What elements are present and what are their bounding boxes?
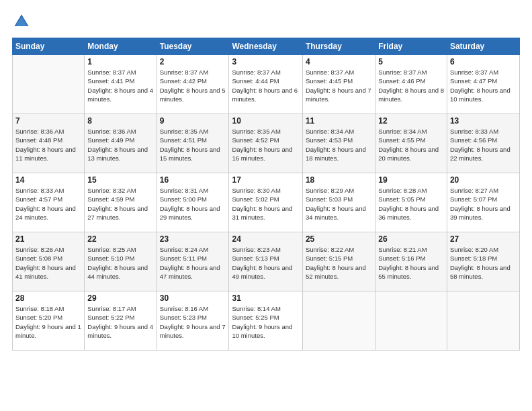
day-number: 17 xyxy=(232,175,299,185)
day-info: Sunrise: 8:37 AMSunset: 4:42 PMDaylight:… xyxy=(160,68,226,103)
day-number: 29 xyxy=(87,293,153,303)
weekday-header-sunday: Sunday xyxy=(13,38,85,55)
day-info: Sunrise: 8:16 AMSunset: 5:23 PMDaylight:… xyxy=(160,304,226,340)
weekday-header-saturday: Saturday xyxy=(447,38,519,55)
logo-icon xyxy=(12,12,31,31)
day-cell xyxy=(13,55,85,114)
day-number: 26 xyxy=(378,234,444,244)
day-cell xyxy=(447,291,519,351)
week-row-3: 21Sunrise: 8:26 AMSunset: 5:08 PMDayligh… xyxy=(13,232,520,291)
day-cell: 20Sunrise: 8:27 AMSunset: 5:07 PMDayligh… xyxy=(447,173,519,232)
day-cell: 29Sunrise: 8:17 AMSunset: 5:22 PMDayligh… xyxy=(85,291,157,351)
week-row-4: 28Sunrise: 8:18 AMSunset: 5:20 PMDayligh… xyxy=(13,291,520,351)
day-info: Sunrise: 8:34 AMSunset: 4:55 PMDaylight:… xyxy=(378,127,444,163)
day-info: Sunrise: 8:18 AMSunset: 5:20 PMDaylight:… xyxy=(15,304,81,340)
day-cell: 3Sunrise: 8:37 AMSunset: 4:44 PMDaylight… xyxy=(229,55,302,114)
weekday-header-tuesday: Tuesday xyxy=(157,38,229,55)
day-number: 14 xyxy=(15,175,81,185)
day-info: Sunrise: 8:24 AMSunset: 5:11 PMDaylight:… xyxy=(160,245,226,281)
day-number: 8 xyxy=(87,116,153,126)
weekday-header-friday: Friday xyxy=(375,38,447,55)
day-cell: 4Sunrise: 8:37 AMSunset: 4:45 PMDaylight… xyxy=(302,55,375,114)
day-info: Sunrise: 8:34 AMSunset: 4:53 PMDaylight:… xyxy=(306,127,372,163)
day-cell xyxy=(375,291,447,351)
day-cell: 2Sunrise: 8:37 AMSunset: 4:42 PMDaylight… xyxy=(157,55,229,114)
day-cell: 31Sunrise: 8:14 AMSunset: 5:25 PMDayligh… xyxy=(229,291,302,351)
day-cell: 27Sunrise: 8:20 AMSunset: 5:18 PMDayligh… xyxy=(447,232,519,291)
day-number: 11 xyxy=(306,116,372,126)
day-info: Sunrise: 8:27 AMSunset: 5:07 PMDaylight:… xyxy=(450,186,517,222)
day-cell: 15Sunrise: 8:32 AMSunset: 4:59 PMDayligh… xyxy=(85,173,157,232)
header xyxy=(12,12,520,31)
week-row-2: 14Sunrise: 8:33 AMSunset: 4:57 PMDayligh… xyxy=(13,173,520,232)
day-info: Sunrise: 8:31 AMSunset: 5:00 PMDaylight:… xyxy=(160,186,226,222)
day-cell: 23Sunrise: 8:24 AMSunset: 5:11 PMDayligh… xyxy=(157,232,229,291)
day-number: 1 xyxy=(87,57,153,66)
day-info: Sunrise: 8:26 AMSunset: 5:08 PMDaylight:… xyxy=(15,245,81,281)
day-info: Sunrise: 8:37 AMSunset: 4:47 PMDaylight:… xyxy=(450,68,517,103)
day-info: Sunrise: 8:28 AMSunset: 5:05 PMDaylight:… xyxy=(378,186,444,222)
day-info: Sunrise: 8:23 AMSunset: 5:13 PMDaylight:… xyxy=(232,245,299,281)
day-number: 5 xyxy=(378,57,444,66)
day-info: Sunrise: 8:14 AMSunset: 5:25 PMDaylight:… xyxy=(232,304,299,340)
day-info: Sunrise: 8:37 AMSunset: 4:46 PMDaylight:… xyxy=(378,68,444,103)
day-number: 23 xyxy=(160,234,226,244)
weekday-header-thursday: Thursday xyxy=(302,38,375,55)
day-cell: 17Sunrise: 8:30 AMSunset: 5:02 PMDayligh… xyxy=(229,173,302,232)
day-number: 25 xyxy=(306,234,372,244)
day-cell: 7Sunrise: 8:36 AMSunset: 4:48 PMDaylight… xyxy=(13,114,85,173)
day-info: Sunrise: 8:20 AMSunset: 5:18 PMDaylight:… xyxy=(450,245,517,281)
day-number: 22 xyxy=(87,234,153,244)
day-info: Sunrise: 8:36 AMSunset: 4:48 PMDaylight:… xyxy=(15,127,81,163)
logo xyxy=(12,12,34,31)
weekday-header-wednesday: Wednesday xyxy=(229,38,302,55)
day-number: 12 xyxy=(378,116,444,126)
day-info: Sunrise: 8:30 AMSunset: 5:02 PMDaylight:… xyxy=(232,186,299,222)
day-info: Sunrise: 8:22 AMSunset: 5:15 PMDaylight:… xyxy=(306,245,372,281)
day-cell: 18Sunrise: 8:29 AMSunset: 5:03 PMDayligh… xyxy=(302,173,375,232)
day-number: 21 xyxy=(15,234,81,244)
page: SundayMondayTuesdayWednesdayThursdayFrid… xyxy=(0,0,532,411)
day-info: Sunrise: 8:35 AMSunset: 4:52 PMDaylight:… xyxy=(232,127,299,163)
day-number: 28 xyxy=(15,293,81,303)
day-cell: 12Sunrise: 8:34 AMSunset: 4:55 PMDayligh… xyxy=(375,114,447,173)
day-number: 27 xyxy=(450,234,517,244)
day-cell: 25Sunrise: 8:22 AMSunset: 5:15 PMDayligh… xyxy=(302,232,375,291)
day-number: 13 xyxy=(450,116,517,126)
day-cell: 21Sunrise: 8:26 AMSunset: 5:08 PMDayligh… xyxy=(13,232,85,291)
day-number: 7 xyxy=(15,116,81,126)
day-number: 30 xyxy=(160,293,226,303)
day-number: 6 xyxy=(450,57,517,66)
day-info: Sunrise: 8:36 AMSunset: 4:49 PMDaylight:… xyxy=(87,127,153,163)
day-cell: 26Sunrise: 8:21 AMSunset: 5:16 PMDayligh… xyxy=(375,232,447,291)
day-number: 2 xyxy=(160,57,226,66)
day-cell: 16Sunrise: 8:31 AMSunset: 5:00 PMDayligh… xyxy=(157,173,229,232)
day-info: Sunrise: 8:21 AMSunset: 5:16 PMDaylight:… xyxy=(378,245,444,281)
day-info: Sunrise: 8:33 AMSunset: 4:57 PMDaylight:… xyxy=(15,186,81,222)
day-number: 15 xyxy=(87,175,153,185)
day-cell: 13Sunrise: 8:33 AMSunset: 4:56 PMDayligh… xyxy=(447,114,519,173)
day-number: 18 xyxy=(306,175,372,185)
day-cell: 6Sunrise: 8:37 AMSunset: 4:47 PMDaylight… xyxy=(447,55,519,114)
day-info: Sunrise: 8:37 AMSunset: 4:41 PMDaylight:… xyxy=(87,68,153,103)
day-cell: 11Sunrise: 8:34 AMSunset: 4:53 PMDayligh… xyxy=(302,114,375,173)
day-cell: 1Sunrise: 8:37 AMSunset: 4:41 PMDaylight… xyxy=(85,55,157,114)
week-row-1: 7Sunrise: 8:36 AMSunset: 4:48 PMDaylight… xyxy=(13,114,520,173)
day-number: 3 xyxy=(232,57,299,66)
day-info: Sunrise: 8:32 AMSunset: 4:59 PMDaylight:… xyxy=(87,186,153,222)
week-row-0: 1Sunrise: 8:37 AMSunset: 4:41 PMDaylight… xyxy=(13,55,520,114)
day-number: 31 xyxy=(232,293,299,303)
day-cell: 10Sunrise: 8:35 AMSunset: 4:52 PMDayligh… xyxy=(229,114,302,173)
day-cell: 19Sunrise: 8:28 AMSunset: 5:05 PMDayligh… xyxy=(375,173,447,232)
day-cell: 14Sunrise: 8:33 AMSunset: 4:57 PMDayligh… xyxy=(13,173,85,232)
day-cell: 24Sunrise: 8:23 AMSunset: 5:13 PMDayligh… xyxy=(229,232,302,291)
day-number: 20 xyxy=(450,175,517,185)
day-info: Sunrise: 8:35 AMSunset: 4:51 PMDaylight:… xyxy=(160,127,226,163)
day-cell: 22Sunrise: 8:25 AMSunset: 5:10 PMDayligh… xyxy=(85,232,157,291)
day-cell: 5Sunrise: 8:37 AMSunset: 4:46 PMDaylight… xyxy=(375,55,447,114)
day-info: Sunrise: 8:29 AMSunset: 5:03 PMDaylight:… xyxy=(306,186,372,222)
day-number: 16 xyxy=(160,175,226,185)
day-number: 19 xyxy=(378,175,444,185)
weekday-header-row: SundayMondayTuesdayWednesdayThursdayFrid… xyxy=(13,38,520,55)
day-info: Sunrise: 8:17 AMSunset: 5:22 PMDaylight:… xyxy=(87,304,153,340)
